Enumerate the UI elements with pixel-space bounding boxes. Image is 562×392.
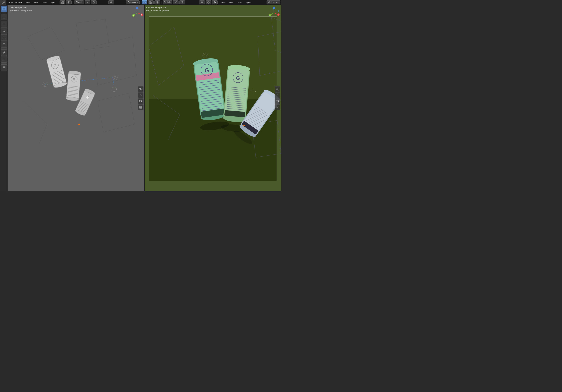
menu-add-right[interactable]: Add bbox=[236, 0, 243, 5]
svg-line-106 bbox=[81, 101, 89, 105]
pan-tool-btn[interactable] bbox=[138, 92, 144, 98]
svg-point-8 bbox=[68, 2, 69, 3]
svg-rect-5 bbox=[61, 3, 62, 4]
svg-line-109 bbox=[79, 105, 87, 108]
menu-add-left[interactable]: Add bbox=[41, 0, 48, 5]
menu-select-left[interactable]: Select bbox=[32, 0, 41, 5]
svg-point-13 bbox=[110, 1, 112, 3]
camera-btn-right[interactable] bbox=[275, 98, 280, 104]
menu-object-left[interactable]: Object bbox=[48, 0, 58, 5]
top-menubar: Object Mode View Select Add Object Globa… bbox=[0, 0, 281, 5]
axis-widget-left[interactable]: Z X Y bbox=[131, 7, 143, 19]
svg-rect-3 bbox=[61, 1, 62, 2]
camera-btn-left[interactable] bbox=[138, 98, 144, 104]
svg-marker-63 bbox=[76, 19, 109, 50]
annotate-tool-btn[interactable] bbox=[1, 49, 7, 56]
svg-line-83 bbox=[53, 74, 63, 77]
menu-object-right[interactable]: Object bbox=[243, 0, 253, 5]
options-btn-right[interactable]: Options ▾ bbox=[267, 0, 280, 4]
global-right[interactable]: Global▾ bbox=[163, 0, 172, 4]
shading-material-right[interactable] bbox=[206, 0, 211, 4]
svg-line-80 bbox=[51, 71, 62, 73]
svg-line-47 bbox=[3, 58, 5, 60]
svg-marker-64 bbox=[94, 37, 137, 85]
person-btn-right[interactable] bbox=[275, 104, 280, 110]
options-btn-left[interactable]: Options ▾ bbox=[126, 0, 140, 4]
camera-view-inner bbox=[149, 16, 277, 181]
select-tool-btn[interactable] bbox=[1, 6, 7, 12]
svg-point-1 bbox=[3, 2, 4, 3]
svg-point-92 bbox=[71, 76, 78, 83]
cursor-tool-btn[interactable] bbox=[1, 14, 7, 20]
svg-line-100 bbox=[68, 94, 78, 95]
viewports-container: User Perspective (68) Hard Drive | Plane… bbox=[8, 5, 281, 191]
snap-grid-right[interactable] bbox=[148, 0, 154, 4]
svg-line-101 bbox=[68, 95, 77, 96]
menu-view-left[interactable]: View bbox=[24, 0, 32, 5]
snap-right[interactable] bbox=[173, 0, 178, 4]
viewport-header-left: User Perspective (68) Hard Drive | Plane bbox=[10, 6, 32, 12]
svg-line-66 bbox=[39, 124, 47, 144]
proportional-right[interactable] bbox=[154, 0, 160, 4]
move-tool-btn[interactable] bbox=[1, 21, 7, 27]
svg-line-98 bbox=[68, 91, 78, 92]
scene-svg-left: G G bbox=[8, 5, 144, 191]
add-object-btn[interactable] bbox=[1, 64, 7, 71]
svg-line-96 bbox=[68, 89, 78, 89]
grid-toggle-btn[interactable] bbox=[138, 104, 144, 110]
blender-icon[interactable] bbox=[0, 0, 6, 5]
shading-solid-left[interactable] bbox=[108, 0, 114, 4]
scale-tool-btn[interactable] bbox=[1, 34, 7, 41]
svg-point-71 bbox=[114, 76, 116, 79]
object-mode-dropdown[interactable]: Object Mode bbox=[6, 0, 24, 5]
svg-marker-36 bbox=[3, 31, 4, 32]
zoom-tool-btn-right[interactable] bbox=[275, 86, 280, 92]
svg-line-86 bbox=[54, 78, 64, 81]
svg-rect-29 bbox=[3, 7, 5, 10]
measure-tool-btn[interactable] bbox=[1, 56, 7, 63]
svg-line-209 bbox=[278, 89, 279, 90]
viewport-right[interactable]: Camera Perspective (68) Hard Drive | Pla… bbox=[145, 5, 281, 191]
left-sidebar bbox=[0, 5, 8, 191]
svg-rect-102 bbox=[75, 89, 95, 115]
camera-mode-btn[interactable] bbox=[142, 0, 147, 4]
viewport-tools-right-right bbox=[275, 86, 280, 110]
camera-floor bbox=[149, 99, 277, 181]
svg-point-72 bbox=[112, 87, 116, 92]
svg-line-111 bbox=[78, 107, 86, 111]
svg-rect-4 bbox=[63, 1, 64, 2]
svg-line-95 bbox=[69, 87, 78, 88]
menu-select-right[interactable]: Select bbox=[227, 0, 236, 5]
rotate-tool-btn[interactable] bbox=[1, 27, 7, 34]
svg-point-91 bbox=[66, 97, 79, 101]
menu-view-right[interactable]: View bbox=[219, 0, 227, 5]
proportional-circle-btn[interactable] bbox=[91, 0, 97, 4]
proportional-circle-right[interactable] bbox=[179, 0, 185, 4]
shading-render-right[interactable] bbox=[212, 0, 218, 4]
object-info-right: (68) Hard Drive | Plane bbox=[146, 9, 169, 12]
svg-point-90 bbox=[68, 71, 81, 75]
viewport-left[interactable]: User Perspective (68) Hard Drive | Plane… bbox=[8, 5, 145, 191]
svg-rect-212 bbox=[276, 100, 278, 102]
svg-rect-121 bbox=[139, 100, 141, 102]
svg-rect-41 bbox=[3, 44, 5, 45]
snap-grid-btn[interactable] bbox=[59, 0, 65, 4]
svg-rect-123 bbox=[140, 106, 142, 108]
svg-point-214 bbox=[277, 106, 278, 107]
svg-point-26 bbox=[201, 1, 203, 3]
menubar-right: Global▾ View Select Add Object Options ▾ bbox=[140, 0, 281, 5]
transform-tool-btn[interactable] bbox=[1, 41, 7, 48]
shading-solid-right[interactable] bbox=[199, 0, 205, 4]
svg-line-74 bbox=[113, 78, 114, 89]
snap-magnet-btn[interactable] bbox=[85, 0, 90, 4]
pan-tool-btn-right[interactable] bbox=[275, 92, 280, 98]
svg-line-81 bbox=[52, 72, 62, 75]
zoom-tool-btn[interactable] bbox=[138, 86, 144, 92]
svg-line-84 bbox=[53, 76, 63, 78]
svg-point-78 bbox=[50, 61, 59, 70]
svg-point-69 bbox=[44, 83, 46, 86]
svg-point-104 bbox=[75, 109, 86, 117]
proportional-btn[interactable] bbox=[66, 0, 72, 4]
global-transform-btn[interactable]: Global▾ bbox=[74, 0, 84, 4]
svg-line-85 bbox=[53, 77, 64, 80]
